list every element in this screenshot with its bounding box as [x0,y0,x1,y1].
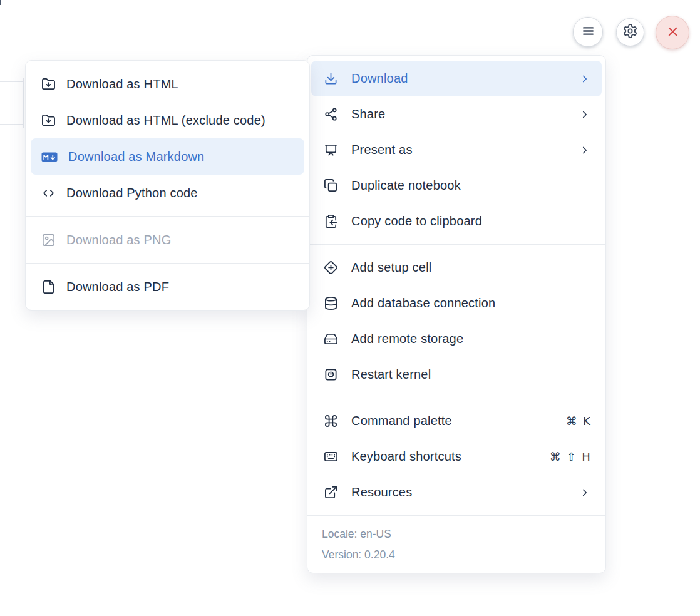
download-submenu: Download as HTML Download as HTML (exclu… [25,60,310,311]
background-cell-border [23,78,24,128]
close-icon [665,24,681,42]
markdown-icon [41,150,58,164]
menu-item-label: Keyboard shortcuts [351,449,537,464]
image-icon [41,233,56,247]
menu-item-present-as[interactable]: Present as [307,132,605,168]
database-icon [324,296,338,311]
menu-item-label: Share [351,107,566,121]
code-icon [41,186,56,200]
key-shift: ⇧ [567,450,576,463]
menu-item-restart-kernel[interactable]: Restart kernel [307,357,605,393]
menu-item-label: Download as Markdown [68,150,299,164]
menu-item-label: Download as HTML (exclude code) [66,113,299,128]
menu-item-add-database-connection[interactable]: Add database connection [307,285,605,321]
key-h: H [582,450,590,463]
chevron-right-icon [579,487,590,498]
folder-down-icon [41,77,56,91]
menu-item-label: Add database connection [351,296,590,311]
locale-text: Locale: en-US [322,524,593,545]
hard-drive-icon [324,332,338,346]
file-icon [41,280,56,294]
app-overlay: Download Share Present as [0,0,700,616]
background-cell-border [0,124,24,125]
download-icon [324,71,338,86]
clipboard-copy-icon [324,214,338,228]
hamburger-icon [580,23,597,42]
chevron-right-icon [579,145,590,156]
menu-item-label: Download [351,71,566,86]
menu-item-download-as-html-exclude-code[interactable]: Download as HTML (exclude code) [26,102,309,138]
command-icon [324,414,338,428]
keyboard-shortcut: ⌘ K [566,414,590,428]
gear-icon [622,23,638,41]
menu-footer: Locale: en-US Version: 0.20.4 [307,515,605,573]
menu-item-label: Command palette [351,414,553,428]
menu-item-label: Download Python code [66,186,299,200]
background-cell-border [0,81,24,82]
notebook-actions-button[interactable] [573,17,603,47]
keyboard-icon [324,449,338,464]
chevron-right-icon [579,109,590,120]
menu-item-duplicate-notebook[interactable]: Duplicate notebook [307,168,605,203]
menu-item-label: Restart kernel [351,367,590,382]
key-k: K [583,414,590,428]
menu-item-add-remote-storage[interactable]: Add remote storage [307,321,605,357]
submenu-group-png: Download as PNG [26,217,309,263]
menu-item-label: Download as HTML [66,77,299,91]
key-cmd: ⌘ [550,450,561,463]
menu-item-download[interactable]: Download [311,61,602,96]
menu-item-download-as-html[interactable]: Download as HTML [26,66,309,102]
power-square-icon [324,367,338,382]
submenu-group-exports: Download as HTML Download as HTML (exclu… [26,61,309,216]
menu-item-download-as-markdown[interactable]: Download as Markdown [31,138,304,175]
settings-button[interactable] [616,18,644,46]
menu-item-download-as-png[interactable]: Download as PNG [26,222,309,258]
menu-item-keyboard-shortcuts[interactable]: Keyboard shortcuts ⌘ ⇧ H [307,439,605,475]
share-icon [324,107,338,121]
menu-item-label: Add setup cell [351,260,590,275]
version-text: Version: 0.20.4 [322,545,593,565]
menu-item-download-python-code[interactable]: Download Python code [26,175,309,211]
menu-item-copy-code[interactable]: Copy code to clipboard [307,203,605,239]
menu-item-label: Duplicate notebook [351,178,590,193]
menu-item-share[interactable]: Share [307,96,605,132]
chevron-right-icon [579,73,590,85]
menu-item-download-as-pdf[interactable]: Download as PDF [26,269,309,305]
folder-down-icon [41,113,56,128]
submenu-group-pdf: Download as PDF [26,264,309,310]
external-link-icon [324,485,338,500]
menu-item-add-setup-cell[interactable]: Add setup cell [307,250,605,285]
presentation-icon [324,143,338,157]
notebook-menu: Download Share Present as [307,55,606,573]
menu-item-label: Download as PNG [66,233,299,247]
copy-icon [324,178,338,193]
diamond-plus-icon [324,260,338,275]
menu-item-command-palette[interactable]: Command palette ⌘ K [307,403,605,439]
menu-item-resources[interactable]: Resources [307,475,605,510]
key-cmd: ⌘ [566,414,577,428]
menu-item-label: Present as [351,143,566,157]
menu-item-label: Copy code to clipboard [351,214,590,228]
menu-group-notebook: Download Share Present as [307,56,605,244]
page-edge-artifact [0,0,1,5]
menu-group-help: Command palette ⌘ K Keyboard shortcuts ⌘… [307,398,605,515]
keyboard-shortcut: ⌘ ⇧ H [550,450,590,463]
menu-item-label: Add remote storage [351,332,590,346]
menu-item-label: Download as PDF [66,280,299,294]
shutdown-button[interactable] [656,16,689,49]
menu-item-label: Resources [351,485,566,500]
menu-group-kernel: Add setup cell Add database connection A… [307,245,605,398]
